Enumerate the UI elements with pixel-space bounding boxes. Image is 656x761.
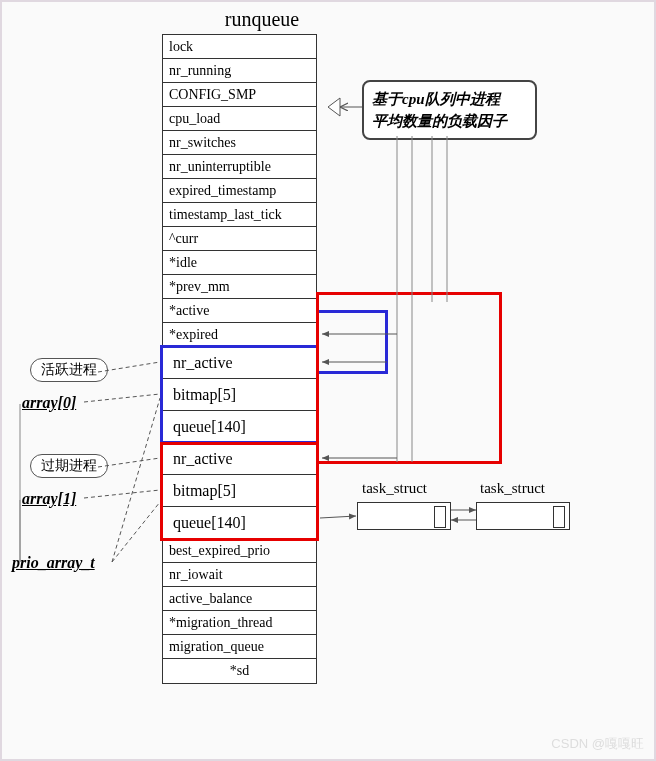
runqueue-struct: lock nr_running CONFIG_SMP cpu_load nr_s… [162, 34, 317, 684]
field-lock: lock [163, 35, 316, 59]
field-cpu-load: cpu_load [163, 107, 316, 131]
array1-queue: queue[140] [163, 507, 316, 539]
field-migration-thread: *migration_thread [163, 611, 316, 635]
task-struct-box-1 [357, 502, 451, 530]
field-expired-timestamp: expired_timestamp [163, 179, 316, 203]
array0-bitmap: bitmap[5] [163, 379, 316, 411]
field-nr-switches: nr_switches [163, 131, 316, 155]
field-config-smp: CONFIG_SMP [163, 83, 316, 107]
array1-nr-active: nr_active [163, 443, 316, 475]
field-best-expired-prio: best_expired_prio [163, 539, 316, 563]
field-expired: *expired [163, 323, 316, 347]
expired-ptr-loop [316, 292, 502, 464]
task-struct-box-2 [476, 502, 570, 530]
array1-bitmap: bitmap[5] [163, 475, 316, 507]
watermark: CSDN @嘎嘎旺 [551, 735, 644, 753]
field-timestamp-last-tick: timestamp_last_tick [163, 203, 316, 227]
field-active-balance: active_balance [163, 587, 316, 611]
field-active: *active [163, 299, 316, 323]
field-prev-mm: *prev_mm [163, 275, 316, 299]
expired-proc-callout: 过期进程 [30, 454, 108, 478]
task-struct-label-2: task_struct [480, 480, 545, 497]
field-migration-queue: migration_queue [163, 635, 316, 659]
field-sd: *sd [163, 659, 316, 683]
connector-overlay [2, 2, 656, 761]
active-proc-callout: 活跃进程 [30, 358, 108, 382]
note-line2: 平均数量的负载因子 [372, 110, 527, 132]
field-curr: ^curr [163, 227, 316, 251]
field-nr-iowait: nr_iowait [163, 563, 316, 587]
field-nr-uninterruptible: nr_uninterruptible [163, 155, 316, 179]
field-nr-running: nr_running [163, 59, 316, 83]
active-ptr-loop [316, 310, 388, 374]
prio-array-label: prio_array_t [12, 554, 95, 572]
cpu-load-note: 基于cpu队列中进程 平均数量的负载因子 [362, 80, 537, 140]
array0-nr-active: nr_active [163, 347, 316, 379]
task-struct-label-1: task_struct [362, 480, 427, 497]
array0-label: array[0] [22, 394, 76, 412]
note-line1: 基于cpu队列中进程 [372, 88, 527, 110]
array0-queue: queue[140] [163, 411, 316, 443]
field-idle: *idle [163, 251, 316, 275]
array1-label: array[1] [22, 490, 76, 508]
diagram-title: runqueue [182, 8, 342, 31]
